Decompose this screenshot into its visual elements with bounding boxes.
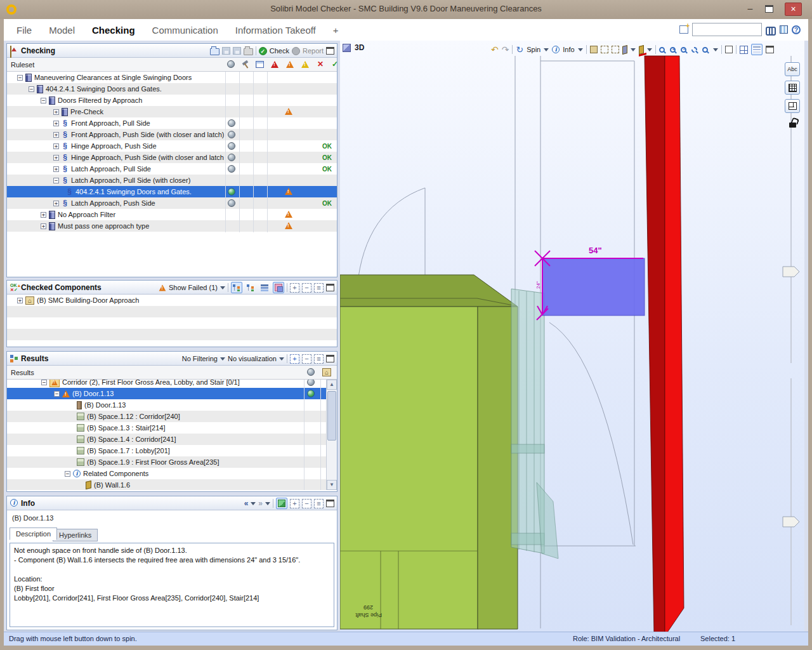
show-failed-dropdown[interactable]: Show Failed (1) bbox=[169, 284, 218, 291]
presentation-icon[interactable] bbox=[780, 25, 788, 34]
tree-row[interactable]: +§Latch Approach, Pull SideOK bbox=[7, 163, 337, 175]
zoom-out-icon[interactable]: − bbox=[681, 47, 686, 53]
expand-icon[interactable]: + bbox=[53, 155, 59, 161]
info-list-button[interactable]: ≡ bbox=[314, 499, 324, 508]
info-mode-icon[interactable]: i bbox=[552, 46, 560, 53]
undo-icon[interactable]: ↶ bbox=[491, 44, 499, 55]
save-as-icon[interactable] bbox=[233, 47, 241, 55]
expand-button[interactable]: + bbox=[290, 283, 299, 293]
menu-checking[interactable]: Checking bbox=[92, 25, 135, 36]
split-view-icon[interactable] bbox=[740, 46, 748, 54]
tree-row[interactable]: (B) Space.1.4 : Corridor[241] bbox=[7, 434, 337, 445]
info-expand-button[interactable]: + bbox=[290, 499, 299, 508]
info-maximize-icon[interactable] bbox=[326, 500, 334, 507]
collapse-icon[interactable]: − bbox=[54, 391, 60, 397]
add-view-icon[interactable] bbox=[679, 25, 688, 34]
expand-icon[interactable]: + bbox=[53, 109, 59, 115]
ghost-view-icon[interactable] bbox=[612, 46, 619, 53]
info-dropdown-caret[interactable] bbox=[578, 48, 583, 51]
info-label[interactable]: Info bbox=[563, 46, 574, 53]
tree-row[interactable]: −404.2.4.1 Swinging Doors and Gates. bbox=[7, 83, 337, 95]
filtering-dropdown[interactable]: No Filtering bbox=[182, 355, 218, 362]
next-caret[interactable] bbox=[265, 502, 270, 505]
visualization-caret[interactable] bbox=[279, 357, 284, 361]
tree-row[interactable]: −iRelated Components bbox=[7, 468, 337, 479]
collapse-icon[interactable]: − bbox=[17, 75, 23, 81]
save-icon[interactable] bbox=[222, 47, 230, 55]
tree-row[interactable]: +§Front Approach, Pull Side bbox=[7, 117, 337, 129]
collapse-icon[interactable]: − bbox=[65, 471, 70, 477]
spin-icon[interactable]: ↻ bbox=[516, 44, 523, 55]
spin-label[interactable]: Spin bbox=[527, 46, 540, 53]
tab-hyperlinks[interactable]: Hyperlinks bbox=[53, 529, 98, 541]
tree-row[interactable]: −Maneuvering Clearances at Single Swingi… bbox=[7, 72, 337, 83]
filter-layers-button[interactable] bbox=[259, 282, 270, 293]
tree-row[interactable]: −(B) Door.1.13 bbox=[7, 388, 337, 399]
check-icon[interactable]: ✓ bbox=[259, 47, 267, 55]
expand-icon[interactable]: + bbox=[41, 212, 46, 218]
tree-row[interactable]: −§Latch Approach, Pull Side (with closer… bbox=[7, 175, 337, 186]
tree-row[interactable]: (B) Wall.1.6 bbox=[7, 479, 337, 490]
next-issue-button[interactable]: » bbox=[258, 499, 263, 508]
redo-icon[interactable]: ↷ bbox=[502, 44, 509, 55]
grid-button[interactable] bbox=[785, 81, 800, 95]
menu-file[interactable]: File bbox=[16, 25, 32, 36]
expand-icon[interactable]: + bbox=[53, 143, 59, 149]
close-ruleset-icon[interactable] bbox=[244, 48, 253, 55]
3d-viewport[interactable]: Pipe Shaft 299 bbox=[340, 41, 804, 632]
unlock-icon[interactable] bbox=[789, 123, 796, 128]
solid-view-icon[interactable] bbox=[590, 46, 598, 53]
info-collapse-button[interactable]: − bbox=[302, 499, 311, 508]
zoom-window-icon[interactable] bbox=[691, 47, 697, 53]
expand-icon[interactable]: + bbox=[41, 223, 46, 229]
results-list-button[interactable]: ≡ bbox=[314, 354, 324, 364]
tree-row[interactable]: +§Front Approach, Push Side (with closer… bbox=[7, 129, 337, 140]
tree-row[interactable]: +§Hinge Approach, Push SideOK bbox=[7, 140, 337, 152]
tree-row[interactable]: +§Latch Approach, Push SideOK bbox=[7, 197, 337, 209]
zoom-fit-icon[interactable] bbox=[659, 47, 665, 53]
tree-row[interactable]: (B) Space.1.9 : First Floor Gross Area[2… bbox=[7, 456, 337, 468]
expand-icon[interactable]: + bbox=[17, 298, 23, 303]
zoom-selection-icon[interactable] bbox=[702, 47, 708, 53]
menu-model[interactable]: Model bbox=[49, 25, 75, 36]
scroll-down-button[interactable]: ▼ bbox=[327, 480, 337, 490]
visualization-dropdown[interactable]: No visualization bbox=[228, 355, 277, 362]
menu-communication[interactable]: Communication bbox=[152, 25, 218, 36]
results-column-header[interactable]: Results ⌂ bbox=[7, 366, 337, 380]
tree-row[interactable]: +Must pass one approach type bbox=[7, 220, 337, 232]
scroll-up-button[interactable]: ▲ bbox=[327, 380, 337, 390]
spin-dropdown-caret[interactable] bbox=[544, 48, 549, 51]
ruleset-column-header[interactable]: Ruleset ✕ ✓ bbox=[7, 58, 337, 72]
show-component-button[interactable] bbox=[276, 498, 287, 509]
menu--[interactable]: + bbox=[333, 25, 339, 36]
text-labels-button[interactable]: Abc bbox=[785, 62, 800, 76]
previous-issue-button[interactable]: « bbox=[244, 499, 249, 508]
transparent-view-icon[interactable] bbox=[601, 46, 608, 53]
color-dropdown-caret[interactable] bbox=[647, 48, 652, 51]
tree-row[interactable]: +⌂(B) SMC Building-Door Approach bbox=[7, 295, 337, 306]
find-icon[interactable] bbox=[766, 27, 776, 34]
report-icon[interactable] bbox=[292, 47, 300, 55]
collapse-button[interactable]: − bbox=[302, 283, 311, 293]
close-button[interactable]: × bbox=[785, 3, 802, 16]
tree-row[interactable]: (B) Space.1.12 : Corridor[240] bbox=[7, 411, 337, 422]
collapse-icon[interactable]: − bbox=[53, 178, 59, 183]
tree-row[interactable]: §404.2.4.1 Swinging Doors and Gates. bbox=[7, 186, 337, 197]
floorplan-button[interactable] bbox=[785, 99, 800, 113]
tree-view-button[interactable] bbox=[245, 282, 256, 293]
report-button[interactable]: Report bbox=[303, 47, 324, 55]
tab-description[interactable]: Description bbox=[10, 527, 57, 540]
layers-button[interactable] bbox=[751, 44, 763, 55]
results-scrollbar[interactable]: ▲ ▼ bbox=[326, 380, 337, 490]
tree-row[interactable]: +§Hinge Approach, Push Side (with closer… bbox=[7, 152, 337, 163]
list-button[interactable]: ≡ bbox=[314, 283, 324, 293]
check-button[interactable]: Check bbox=[270, 47, 289, 55]
maximize-button[interactable] bbox=[761, 3, 778, 16]
expand-icon[interactable]: + bbox=[53, 121, 59, 126]
3d-maximize-icon[interactable] bbox=[766, 46, 774, 53]
tree-row[interactable]: −Doors Filtered by Approach bbox=[7, 95, 337, 106]
minimize-button[interactable]: – bbox=[742, 3, 759, 16]
tree-selection-button[interactable] bbox=[231, 282, 242, 293]
colorize-button[interactable] bbox=[273, 282, 284, 293]
tree-row[interactable]: +Pre-Check bbox=[7, 106, 337, 117]
